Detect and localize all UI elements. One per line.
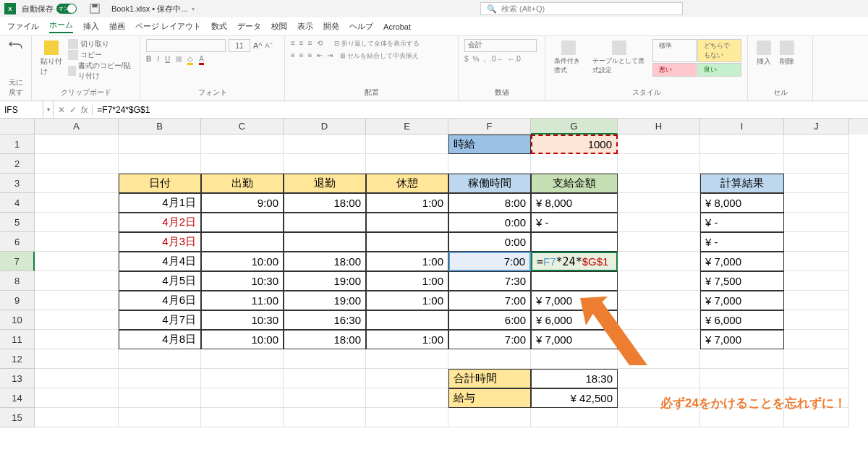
cell[interactable]: [201, 388, 284, 408]
cell[interactable]: [119, 154, 201, 174]
cell[interactable]: [618, 271, 700, 291]
cell[interactable]: [784, 154, 849, 174]
cell[interactable]: [784, 271, 849, 291]
header-out[interactable]: 退勤: [284, 174, 366, 193]
col-header-I[interactable]: I: [700, 119, 784, 135]
cell-G1[interactable]: 1000: [531, 135, 618, 154]
cell[interactable]: [784, 193, 849, 213]
row-header-13[interactable]: 13: [0, 369, 35, 388]
cell[interactable]: [284, 154, 366, 174]
menu-review[interactable]: 校閲: [271, 21, 287, 32]
cell[interactable]: [700, 349, 784, 369]
cell[interactable]: [119, 135, 201, 154]
cell[interactable]: [119, 349, 201, 369]
cell-out[interactable]: 18:00: [284, 330, 366, 349]
formula-input[interactable]: =F7*24*$G$1: [93, 105, 868, 115]
cell-in[interactable]: 10:00: [201, 252, 284, 271]
row-header-11[interactable]: 11: [0, 330, 35, 349]
cell-pay[interactable]: ¥ 6,000: [531, 310, 618, 330]
row-header-12[interactable]: 12: [0, 349, 35, 369]
header-pay[interactable]: 支給金額: [531, 174, 618, 193]
cell-worktime[interactable]: 0:00: [448, 232, 531, 252]
cell-date[interactable]: 4月8日: [119, 330, 201, 349]
menu-file[interactable]: ファイル: [7, 21, 39, 32]
header-break[interactable]: 休憩: [366, 174, 448, 193]
cell[interactable]: [366, 135, 448, 154]
menu-insert[interactable]: 挿入: [83, 21, 99, 32]
style-good[interactable]: 良い: [697, 63, 741, 77]
cell-worktime[interactable]: 7:30: [448, 271, 531, 291]
cell[interactable]: [35, 271, 119, 291]
cell-result[interactable]: ¥ 7,500: [700, 271, 784, 291]
cell[interactable]: [700, 369, 784, 388]
style-neutral[interactable]: どちらでもない: [697, 39, 741, 62]
align-left-button[interactable]: ≡: [291, 51, 295, 61]
cell[interactable]: [618, 135, 700, 154]
cell-break[interactable]: 1:00: [366, 271, 448, 291]
cell[interactable]: [618, 349, 700, 369]
row-header-14[interactable]: 14: [0, 388, 35, 408]
cell-pay[interactable]: ¥ -: [531, 213, 618, 232]
cell-result[interactable]: ¥ 6,000: [700, 310, 784, 330]
cell[interactable]: [35, 154, 119, 174]
cell[interactable]: [284, 408, 366, 427]
col-header-A[interactable]: A: [35, 119, 119, 135]
save-icon[interactable]: [90, 4, 100, 14]
cell[interactable]: [366, 369, 448, 388]
cell-out[interactable]: 19:00: [284, 291, 366, 310]
cell[interactable]: [366, 408, 448, 427]
cell[interactable]: [35, 135, 119, 154]
header-result[interactable]: 計算結果: [700, 174, 784, 193]
style-bad[interactable]: 悪い: [652, 63, 697, 77]
cell-in[interactable]: 10:30: [201, 310, 284, 330]
cell[interactable]: [35, 252, 119, 271]
cell-date[interactable]: 4月6日: [119, 291, 201, 310]
format-table-button[interactable]: テーブルとして書式設定: [590, 39, 650, 77]
select-all-corner[interactable]: [0, 119, 35, 135]
cell[interactable]: [366, 388, 448, 408]
cell[interactable]: [784, 310, 849, 330]
menu-page-layout[interactable]: ページ レイアウト: [135, 21, 201, 32]
row-header-2[interactable]: 2: [0, 154, 35, 174]
align-center-button[interactable]: ≡: [299, 51, 304, 61]
cell-worktime[interactable]: 0:00: [448, 213, 531, 232]
cell-date[interactable]: 4月7日: [119, 310, 201, 330]
cell-pay[interactable]: ¥ 7,000: [531, 330, 618, 349]
cell[interactable]: [284, 135, 366, 154]
menu-draw[interactable]: 描画: [109, 21, 125, 32]
cell-pay[interactable]: [531, 232, 618, 252]
cell-date[interactable]: 4月5日: [119, 271, 201, 291]
row-header-1[interactable]: 1: [0, 135, 35, 154]
menu-acrobat[interactable]: Acrobat: [383, 22, 411, 31]
font-size-select[interactable]: 11: [229, 39, 250, 52]
cell-worktime[interactable]: 8:00: [448, 193, 531, 213]
undo-button[interactable]: [6, 39, 26, 54]
copy-button[interactable]: コピー: [68, 50, 134, 60]
cell[interactable]: [35, 174, 119, 193]
font-family-select[interactable]: [146, 39, 226, 52]
accounting-button[interactable]: $: [464, 55, 469, 63]
cell[interactable]: [618, 291, 700, 310]
increase-font-button[interactable]: A^: [253, 41, 263, 50]
decrease-font-button[interactable]: A˅: [265, 42, 273, 49]
cell-result[interactable]: ¥ 7,000: [700, 252, 784, 271]
col-header-C[interactable]: C: [201, 119, 284, 135]
indent-increase-button[interactable]: ⇥: [327, 51, 333, 61]
col-header-J[interactable]: J: [784, 119, 849, 135]
number-format-select[interactable]: 会計: [464, 39, 537, 52]
cell[interactable]: [201, 154, 284, 174]
menu-data[interactable]: データ: [237, 21, 261, 32]
name-box[interactable]: IFS: [0, 101, 43, 118]
cell-in[interactable]: 9:00: [201, 193, 284, 213]
underline-button[interactable]: U: [165, 55, 170, 65]
cell-out[interactable]: 18:00: [284, 193, 366, 213]
col-header-H[interactable]: H: [618, 119, 700, 135]
align-bottom-button[interactable]: ≡: [308, 39, 312, 48]
comma-button[interactable]: ,: [483, 55, 485, 63]
menu-view[interactable]: 表示: [297, 21, 313, 32]
cut-button[interactable]: 切り取り: [68, 39, 134, 49]
cell[interactable]: [35, 193, 119, 213]
cell[interactable]: [784, 135, 849, 154]
indent-decrease-button[interactable]: ⇤: [317, 51, 323, 61]
cell[interactable]: [35, 291, 119, 310]
